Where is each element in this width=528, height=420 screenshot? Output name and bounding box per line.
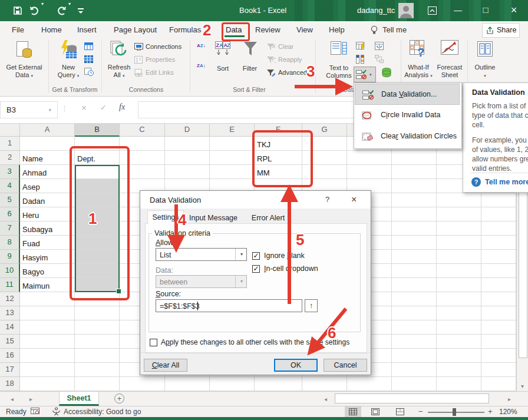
cell-115[interactable] [481,193,516,207]
tell-me-bulb-icon[interactable] [370,25,378,35]
row-header-3[interactable]: 3 [0,165,20,179]
dialog-help-icon[interactable]: ? [325,195,329,204]
undo-icon[interactable] [29,6,39,15]
cell-A11[interactable]: Maimun [20,278,75,292]
row-header-5[interactable]: 5 [0,193,20,207]
data-validation-dropdown-icon[interactable]: ▾ [369,72,372,77]
col-header-C[interactable]: C [120,124,165,137]
tab-error-alert[interactable]: Error Alert [243,212,293,224]
tell-me-label[interactable]: Tell me [382,21,407,38]
cell-A16[interactable] [20,349,75,363]
name-box-splitter[interactable]: ⋮ [61,105,68,113]
undo-dropdown-icon[interactable]: ▾ [41,0,44,15]
cell-93[interactable] [392,165,437,179]
row-header-13[interactable]: 13 [0,306,20,320]
cell-B1[interactable] [75,137,120,151]
cell-A6[interactable]: Heru [20,207,75,221]
col-header-E[interactable]: E [210,124,255,137]
cell-1014[interactable] [437,320,481,335]
tab-formulas[interactable]: Formulas [169,21,201,38]
row-header-14[interactable]: 14 [0,320,20,335]
cell-F1[interactable]: TKJ [255,137,302,151]
cell-B3[interactable] [75,165,120,179]
cell-B2[interactable]: Dept. [75,151,120,165]
row-header-6[interactable]: 6 [0,207,20,221]
cell-A10[interactable]: Bagyo [20,264,75,278]
tab-input-message[interactable]: Input Message [184,212,243,224]
cell-96[interactable] [392,207,437,221]
menu-item-clear-validation-circles[interactable]: Clear Validation Circles [355,126,460,147]
cell-118[interactable] [481,236,516,250]
cell-F3[interactable]: MM [255,165,302,179]
cell-B4[interactable] [75,179,120,193]
cell-A9[interactable]: Hasyim [20,250,75,264]
cell-1116[interactable] [481,349,516,363]
row-header-16[interactable]: 16 [0,349,20,363]
cell-A1[interactable] [20,137,75,151]
ribbon-display-options-icon[interactable] [428,6,437,15]
cell-109[interactable] [437,250,481,264]
save-icon[interactable] [13,6,22,15]
share-button[interactable]: Share [482,23,520,38]
cell-1117[interactable] [481,363,516,377]
remove-duplicates-icon[interactable] [356,55,364,64]
select-all-corner[interactable] [0,124,20,137]
collapse-dialog-button[interactable]: ↑ [305,299,318,312]
cell-F18[interactable] [255,377,302,391]
tab-insert[interactable]: Insert [77,21,97,38]
row-header-7[interactable]: 7 [0,221,20,236]
sort-ascending-button[interactable]: AZ↓ [197,43,211,54]
cell-B15[interactable] [75,335,120,349]
sheet-nav-left-icon[interactable]: ◂ [11,396,14,402]
cell-C3[interactable] [120,165,165,179]
cell-C2[interactable] [120,151,165,165]
cell-97[interactable] [392,221,437,236]
insert-function-icon[interactable]: fx [119,102,125,112]
row-header-8[interactable]: 8 [0,236,20,250]
row-header-17[interactable]: 17 [0,363,20,377]
cell-D1[interactable] [165,137,210,151]
cell-1012[interactable] [437,292,481,306]
cell-A8[interactable]: Fuad [20,236,75,250]
dialog-close-icon[interactable]: × [351,194,357,205]
cell-117[interactable] [481,221,516,236]
cell-D18[interactable] [165,377,210,391]
cell-83[interactable] [347,165,392,179]
name-box-dropdown-icon[interactable]: ▾ [49,108,51,113]
cell-A18[interactable] [20,377,75,391]
apply-changes-checkbox[interactable] [150,339,157,346]
cancel-button[interactable]: Cancel [324,359,367,372]
cell-E1[interactable] [210,137,255,151]
close-button[interactable]: × [501,0,527,21]
outline-button[interactable]: Outline▾ [470,39,500,82]
cell-108[interactable] [437,236,481,250]
cell-A5[interactable]: Dadan [20,193,75,207]
cell-G2[interactable] [302,151,347,165]
cell-918[interactable] [392,377,437,391]
cell-E2[interactable] [210,151,255,165]
cell-1010[interactable] [437,264,481,278]
view-page-break-button[interactable] [396,408,404,415]
row-header-11[interactable]: 11 [0,278,20,292]
forecast-sheet-button[interactable]: ForecastSheet [435,39,464,82]
col-header-A[interactable]: A [20,124,75,137]
chevron-down-icon[interactable]: ▾ [235,249,248,260]
cell-D2[interactable] [165,151,210,165]
cell-A12[interactable] [20,292,75,306]
cell-916[interactable] [392,349,437,363]
cell-94[interactable] [392,179,437,193]
accessibility-status[interactable]: Accessibility: Good to go [64,408,141,416]
allow-dropdown[interactable]: List ▾ [156,248,247,261]
enter-icon[interactable]: ✓ [100,103,107,112]
cell-A14[interactable] [20,320,75,335]
cell-913[interactable] [392,306,437,320]
data-validation-button[interactable]: ▾ [354,67,376,82]
view-normal-button[interactable] [345,406,361,417]
cell-1114[interactable] [481,320,516,335]
hscroll-left-icon[interactable]: ◂ [324,396,327,402]
cancel-icon[interactable]: × [81,102,87,113]
zoom-out-button[interactable]: − [418,407,423,416]
flash-fill-icon[interactable] [356,42,365,50]
cell-1110[interactable] [481,264,516,278]
cell-1112[interactable] [481,292,516,306]
